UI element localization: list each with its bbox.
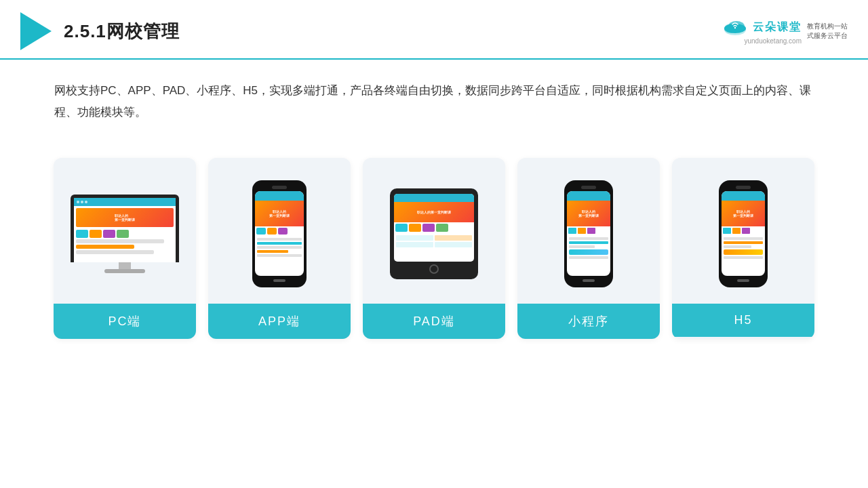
phone-outer-h5: 职达人的第一堂判断课: [719, 180, 768, 287]
app-icon-1: [256, 228, 266, 235]
cloud-svg-icon: [722, 18, 749, 37]
ipad-icon-row: [394, 222, 474, 233]
phone-notch-app: [272, 186, 287, 189]
pc-row-1: [76, 239, 164, 243]
h5-row-2: [724, 241, 763, 244]
app-icon-2: [267, 228, 277, 235]
pc-stand-base: [104, 269, 145, 273]
phone-bar-mini: [567, 191, 610, 201]
app-device: 职达人的第一堂判断课: [252, 180, 307, 287]
pc-device: 职达人的第一堂判断课: [67, 195, 182, 273]
description-text: 网校支持PC、APP、PAD、小程序、H5，实现多端打通，产品各终端自由切换，数…: [0, 60, 868, 131]
phone-hero-text-app: 职达人的第一堂判断课: [269, 209, 290, 218]
h5-content: [722, 235, 765, 262]
phone-hero-app: 职达人的第一堂判断课: [255, 201, 304, 226]
h5-icon-row: [722, 226, 765, 235]
mini-row-1: [569, 237, 608, 240]
app-mockup-area: 职达人的第一堂判断课: [208, 158, 351, 304]
ipad-cell-4: [435, 242, 472, 247]
mini-icon-2: [578, 228, 586, 234]
ipad-icon-1: [395, 224, 408, 232]
ipad-hero-text: 职达人的第一堂判断课: [417, 210, 451, 214]
brand-name: 云朵课堂: [753, 20, 802, 35]
h5-icon-1: [723, 228, 731, 234]
phone-notch-mini: [581, 186, 596, 189]
page-title: 2.5.1网校管理: [64, 20, 180, 43]
pc-screen: 职达人的第一堂判断课: [74, 198, 176, 262]
card-pc: 职达人的第一堂判断课: [54, 158, 196, 339]
svg-point-4: [734, 27, 736, 28]
h5-icon-3: [742, 228, 750, 234]
card-label-h5: H5: [672, 304, 814, 337]
ipad-outer: 职达人的第一堂判断课: [390, 188, 478, 279]
ipad-icon-4: [436, 224, 448, 232]
device-cards-container: 职达人的第一堂判断课: [0, 138, 868, 352]
app-icon-row: [255, 226, 304, 236]
pc-stand-neck: [119, 262, 131, 269]
phone-screen-app: 职达人的第一堂判断课: [255, 191, 304, 276]
mini-row-4: [569, 256, 608, 259]
ipad-screen: 职达人的第一堂判断课: [394, 194, 474, 262]
app-row-4: [257, 250, 288, 253]
phone-bar-app: [255, 191, 304, 201]
card-label-pad: PAD端: [363, 304, 505, 339]
card-mini: 职达人的第一堂判断课: [517, 158, 660, 339]
card-pad: 职达人的第一堂判断课: [363, 158, 505, 339]
pc-icon-4: [117, 230, 129, 238]
phone-screen-mini: 职达人的第一堂判断课: [567, 191, 610, 276]
phone-notch-h5: [736, 186, 751, 189]
h5-row-3: [724, 245, 751, 248]
app-row-3: [257, 246, 302, 249]
phone-home-mini: [583, 279, 595, 282]
pc-icon-row: [76, 230, 174, 238]
description-content: 网校支持PC、APP、PAD、小程序、H5，实现多端打通，产品各终端自由切换，数…: [54, 84, 811, 119]
ipad-cell-2: [435, 235, 472, 241]
pc-dot-3: [85, 201, 87, 203]
app-content: [255, 236, 304, 260]
phone-hero-h5: 职达人的第一堂判断课: [722, 201, 765, 226]
card-label-app: APP端: [208, 304, 351, 339]
header-left: 2.5.1网校管理: [20, 12, 180, 50]
app-row-2: [257, 242, 302, 245]
phone-outer-mini: 职达人的第一堂判断课: [564, 180, 613, 287]
ipad-content: [394, 233, 474, 249]
pad-mockup-area: 职达人的第一堂判断课: [363, 158, 505, 304]
brand-logo-icon: 云朵课堂: [722, 18, 802, 37]
card-h5: 职达人的第一堂判断课: [672, 158, 814, 339]
pc-dot-2: [81, 201, 83, 203]
mini-row-2: [569, 241, 608, 244]
mini-content: [567, 235, 610, 262]
pc-row-2: [76, 245, 134, 249]
pc-dot-1: [77, 201, 79, 203]
pad-device: 职达人的第一堂判断课: [390, 188, 478, 279]
pc-mockup-area: 职达人的第一堂判断课: [54, 158, 196, 304]
phone-hero-text-mini: 职达人的第一堂判断课: [578, 209, 599, 218]
h5-icon-2: [732, 228, 741, 234]
brand-logo: 云朵课堂 yunduoketang.com: [722, 18, 802, 45]
mini-icon-1: [568, 228, 576, 234]
brand-url: yunduoketang.com: [744, 37, 802, 45]
card-app: 职达人的第一堂判断课: [208, 158, 351, 339]
h5-banner-row: [724, 249, 763, 255]
app-icon-3: [278, 228, 288, 235]
pc-hero: 职达人的第一堂判断课: [76, 208, 174, 227]
phone-hero-text-h5: 职达人的第一堂判断课: [733, 209, 753, 218]
h5-row-4: [724, 256, 763, 259]
ipad-cell-3: [396, 242, 433, 247]
mini-banner-row: [569, 249, 608, 255]
app-row-1: [257, 238, 302, 241]
h5-device: 职达人的第一堂判断课: [719, 180, 768, 287]
ipad-icon-2: [409, 224, 421, 232]
h5-mockup-area: 职达人的第一堂判断课: [672, 158, 814, 304]
header-right: 云朵课堂 yunduoketang.com 教育机构一站式服务云平台: [722, 18, 848, 45]
pc-screen-outer: 职达人的第一堂判断课: [71, 195, 179, 262]
phone-bar-h5: [722, 191, 765, 201]
card-label-pc: PC端: [54, 304, 196, 339]
app-row-5: [257, 254, 302, 257]
logo-triangle-icon: [20, 12, 52, 50]
phone-hero-mini: 职达人的第一堂判断课: [567, 201, 610, 226]
mini-icon-row: [567, 226, 610, 235]
mini-device: 职达人的第一堂判断课: [564, 180, 613, 287]
ipad-icon-3: [422, 224, 435, 232]
pc-icon-1: [76, 230, 88, 238]
